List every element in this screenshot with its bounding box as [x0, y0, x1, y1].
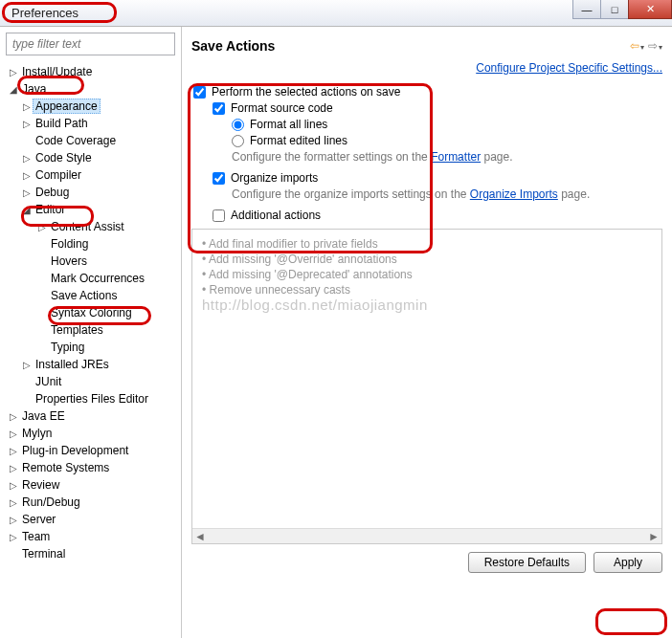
tree-item-hovers[interactable]: Hovers: [4, 253, 181, 270]
expand-icon: ▷: [21, 101, 33, 112]
tree-item-remote-systems[interactable]: ▷Remote Systems: [4, 459, 181, 476]
tree-item-build-path[interactable]: ▷Build Path: [4, 115, 181, 132]
page-title: Save Actions: [191, 38, 275, 54]
format-all-radio[interactable]: [232, 119, 244, 131]
perform-label: Perform the selected actions on save: [212, 85, 400, 99]
expand-icon: ▷: [21, 153, 33, 164]
watermark-text: http://blog.csdn.net/miaojiangmin: [202, 297, 428, 313]
back-icon[interactable]: ⇦: [630, 39, 644, 53]
additional-actions-list: Add final modifier to private fields Add…: [191, 229, 662, 544]
maximize-button[interactable]: □: [600, 0, 629, 19]
format-source-label: Format source code: [231, 101, 333, 115]
tree-item-code-style[interactable]: ▷Code Style: [4, 149, 181, 166]
tree-item-java[interactable]: ◢Java: [4, 80, 181, 98]
content-area: ▷Install/Update ◢Java ▷Appearance ▷Build…: [0, 27, 672, 638]
format-edited-label: Format edited lines: [250, 134, 347, 147]
organize-desc: Configure the organize imports settings …: [193, 187, 662, 201]
tree-item-typing[interactable]: Typing: [4, 339, 181, 356]
additional-row: Additional actions: [193, 209, 662, 222]
collapse-icon: ◢: [8, 84, 19, 95]
format-edited-row: Format edited lines: [193, 134, 662, 147]
title-bar: Preferences — □ ✕: [0, 0, 672, 27]
close-button[interactable]: ✕: [628, 0, 672, 19]
organize-link[interactable]: Organize Imports: [470, 187, 558, 201]
expand-icon: ▷: [8, 446, 19, 456]
project-settings-row: Configure Project Specific Settings...: [191, 61, 662, 75]
tree-item-content-assist[interactable]: ▷Content Assist: [4, 218, 181, 235]
apply-button[interactable]: Apply: [594, 552, 662, 573]
expand-icon: ▷: [8, 429, 19, 439]
list-item: Remove unnecessary casts: [202, 283, 652, 297]
list-item: Add missing '@Override' annotations: [202, 253, 652, 266]
expand-icon: ▷: [21, 119, 33, 129]
main-header: Save Actions ⇦ ⇨: [191, 34, 662, 57]
expand-icon: ▷: [8, 463, 19, 473]
window-buttons: — □ ✕: [573, 0, 672, 19]
tree-item-code-coverage[interactable]: Code Coverage: [4, 132, 181, 149]
tree-item-junit[interactable]: JUnit: [4, 373, 181, 390]
additional-checkbox[interactable]: [213, 209, 225, 222]
tree-item-server[interactable]: ▷Server: [4, 511, 181, 528]
tree-item-plugin-dev[interactable]: ▷Plug-in Development: [4, 442, 181, 459]
format-all-label: Format all lines: [250, 118, 327, 131]
horizontal-scrollbar[interactable]: ◄►: [192, 528, 661, 543]
expand-icon: ▷: [8, 497, 19, 508]
perform-checkbox[interactable]: [193, 86, 206, 99]
tree-item-team[interactable]: ▷Team: [4, 528, 181, 545]
expand-icon: ▷: [8, 515, 19, 525]
tree-item-save-actions[interactable]: Save Actions: [4, 287, 181, 304]
format-edited-radio[interactable]: [232, 135, 244, 147]
minimize-button[interactable]: —: [572, 0, 601, 19]
collapse-icon: ◢: [21, 205, 33, 215]
main-panel: Save Actions ⇦ ⇨ Configure Project Speci…: [182, 27, 672, 638]
tree-item-installed-jres[interactable]: ▷Installed JREs: [4, 356, 181, 373]
tree-item-install-update[interactable]: ▷Install/Update: [4, 63, 181, 80]
tree-item-mark-occurrences[interactable]: Mark Occurrences: [4, 270, 181, 287]
expand-icon: ▷: [8, 532, 19, 542]
tree-item-editor[interactable]: ◢Editor: [4, 201, 181, 218]
filter-box: [6, 33, 175, 55]
tree-item-run-debug[interactable]: ▷Run/Debug: [4, 494, 181, 511]
list-item: Add missing '@Deprecated' annotations: [202, 268, 652, 281]
list-item: Add final modifier to private fields: [202, 237, 652, 251]
format-source-checkbox[interactable]: [213, 102, 225, 115]
footer-buttons: Restore Defaults Apply: [191, 552, 662, 573]
tree-item-properties-files-editor[interactable]: Properties Files Editor: [4, 390, 181, 407]
restore-defaults-button[interactable]: Restore Defaults: [468, 552, 586, 573]
tree-item-templates[interactable]: Templates: [4, 321, 181, 339]
project-settings-link[interactable]: Configure Project Specific Settings...: [476, 61, 662, 75]
expand-icon: ▷: [21, 170, 33, 181]
scroll-right-icon[interactable]: ►: [648, 530, 660, 543]
forward-icon[interactable]: ⇨: [648, 39, 662, 53]
expand-icon: ▷: [36, 222, 48, 232]
expand-icon: ▷: [8, 67, 19, 77]
tree-item-review[interactable]: ▷Review: [4, 476, 181, 494]
nav-arrows: ⇦ ⇨: [630, 39, 662, 53]
organize-row: Organize imports: [193, 171, 662, 185]
preferences-tree: ▷Install/Update ◢Java ▷Appearance ▷Build…: [0, 61, 181, 638]
expand-icon: ▷: [21, 360, 33, 370]
window-title: Preferences: [4, 4, 86, 22]
formatter-link[interactable]: Formatter: [431, 150, 481, 164]
expand-icon: ▷: [8, 480, 19, 491]
tree-item-debug[interactable]: ▷Debug: [4, 184, 181, 201]
sidebar: ▷Install/Update ◢Java ▷Appearance ▷Build…: [0, 27, 182, 638]
formatter-desc: Configure the formatter settings on the …: [193, 150, 662, 164]
format-source-row: Format source code: [193, 101, 662, 115]
tree-item-compiler[interactable]: ▷Compiler: [4, 166, 181, 184]
tree-item-appearance[interactable]: ▷Appearance: [4, 98, 181, 115]
tree-item-syntax-coloring[interactable]: Syntax Coloring: [4, 304, 181, 321]
tree-item-folding[interactable]: Folding: [4, 235, 181, 253]
organize-label: Organize imports: [231, 171, 318, 185]
form: Perform the selected actions on save For…: [191, 82, 662, 225]
organize-checkbox[interactable]: [213, 172, 225, 185]
tree-item-mylyn[interactable]: ▷Mylyn: [4, 425, 181, 442]
format-all-row: Format all lines: [193, 118, 662, 131]
scroll-left-icon[interactable]: ◄: [194, 530, 206, 543]
filter-input[interactable]: [6, 33, 175, 55]
perform-row: Perform the selected actions on save: [193, 85, 662, 99]
additional-label: Additional actions: [231, 209, 321, 222]
tree-item-terminal[interactable]: Terminal: [4, 545, 181, 562]
tree-item-java-ee[interactable]: ▷Java EE: [4, 407, 181, 425]
expand-icon: ▷: [21, 187, 33, 198]
